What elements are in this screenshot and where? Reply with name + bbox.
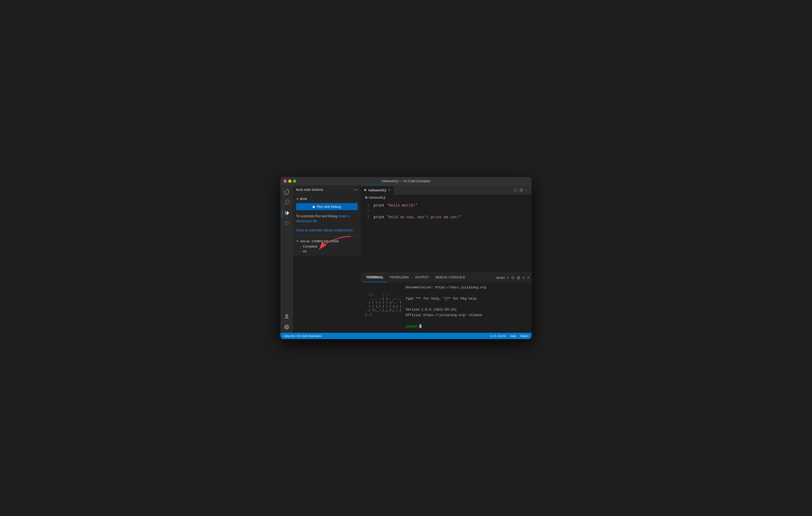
status-language[interactable]: Julia: [510, 334, 516, 337]
app-body: RUN AND DEBUG ··· ▼ RUN ▶ Run and Debug …: [281, 185, 531, 333]
tab-debug-console[interactable]: DEBUG CONSOLE: [432, 273, 468, 282]
terminal-line-help: Type "?" for help, "]?" for Pkg help.: [406, 296, 486, 302]
terminal-delete-icon[interactable]: 🗑: [517, 275, 520, 280]
code-editor[interactable]: 1 print("Hello World!") 2 3 print("Hold …: [361, 201, 531, 273]
julia-file-dot: [364, 189, 366, 191]
window-title: helloworld.jl — VS Code Examples: [382, 179, 430, 183]
julia-section-header[interactable]: ▼ JULIA: COMPILED CODE: [293, 239, 361, 244]
terminal-split-icon[interactable]: ⊟: [512, 275, 515, 280]
activity-bar: [281, 185, 293, 333]
minimize-button[interactable]: [288, 180, 291, 183]
status-line-col[interactable]: Ln 3, Col 42: [491, 334, 506, 337]
string-hello: "Hello World!": [387, 203, 417, 208]
tab-label: helloworld.jl: [368, 188, 386, 192]
editor-tabs: helloworld.jl × ▷ ⊟ ···: [361, 185, 531, 195]
all-chevron: ›: [300, 250, 301, 253]
activity-icon-explorer[interactable]: [282, 187, 291, 197]
cursor-block: [419, 324, 422, 328]
activity-icon-extensions[interactable]: [282, 219, 291, 228]
terminal-line-blank3: [406, 318, 486, 324]
keyword-print: print: [374, 203, 384, 208]
split-editor-icon[interactable]: ⊟: [520, 187, 523, 192]
sidebar: RUN AND DEBUG ··· ▼ RUN ▶ Run and Debug …: [293, 185, 361, 256]
run-debug-button[interactable]: ▶ Run and Debug: [296, 203, 357, 210]
string-hold-on: "Hold on now, don't print me yet!": [387, 215, 461, 219]
code-line-1: 1 print("Hello World!"): [361, 203, 531, 208]
terminal-line-official: Official https://julialang.org/ release: [406, 313, 486, 318]
tree-item-all[interactable]: › All: [293, 249, 361, 254]
run-icon-action[interactable]: ▷: [514, 187, 517, 192]
terminal-info: Documentation: https://docs.julialang.or…: [406, 284, 486, 331]
maximize-button[interactable]: [293, 180, 296, 183]
terminal-line-docs: Documentation: https://docs.julialang.or…: [406, 285, 486, 291]
terminal-line-version: Version 1.6.0 (2021-03-24): [406, 307, 486, 313]
julia-compiled-section: ▼ JULIA: COMPILED CODE › Compiled › All: [293, 236, 361, 256]
editor-actions: ▷ ⊟ ···: [514, 187, 531, 192]
julia-section-chevron: ▼: [296, 240, 299, 243]
run-section: ▼ RUN ▶ Run and Debug To customize Run a…: [293, 194, 361, 236]
show-debug-configurations-link[interactable]: Show all automatic debug configurations.: [296, 228, 357, 233]
activity-icon-run-debug[interactable]: [282, 208, 291, 218]
activity-icon-search[interactable]: [282, 198, 291, 207]
status-bar-right: Ln 3, Col 42 Julia (Main): [491, 334, 528, 337]
tab-helloworld[interactable]: helloworld.jl ×: [361, 185, 394, 194]
breadcrumb-text: helloworld.jl: [369, 196, 385, 200]
vscode-window: helloworld.jl — VS Code Examples: [281, 177, 531, 339]
terminal-content[interactable]: _ _ (_) | (_) _ _ _| |_ __ _ | | | | | |…: [361, 282, 531, 333]
status-branch[interactable]: (Main): [520, 334, 528, 337]
tab-terminal[interactable]: TERMINAL: [363, 273, 387, 282]
code-line-2: 2: [361, 208, 531, 214]
add-terminal-button[interactable]: +: [507, 275, 509, 280]
line-number-3: 3: [361, 214, 374, 220]
terminal-line-blank2: [406, 302, 486, 307]
sidebar-more-actions[interactable]: ···: [353, 187, 357, 192]
new-terminal-icon: ⊞ julia: [496, 276, 505, 279]
run-section-title: ▼ RUN: [296, 198, 357, 201]
more-actions-icon[interactable]: ···: [525, 188, 528, 192]
julia-prompt: julia>: [406, 325, 419, 328]
sidebar-container: RUN AND DEBUG ··· ▼ RUN ▶ Run and Debug …: [293, 185, 361, 333]
breadcrumb-dot: [365, 196, 367, 199]
line-content-3: print("Hold on now, don't print me yet!"…: [374, 214, 527, 220]
activity-icon-settings[interactable]: [282, 322, 291, 332]
line-content-2: [374, 208, 527, 214]
sidebar-header: RUN AND DEBUG ···: [293, 185, 361, 194]
julia-logo-ascii: _ _ (_) | (_) _ _ _| |_ __ _ | | | | | |…: [365, 284, 402, 331]
run-chevron: ▼: [296, 198, 299, 201]
tree-item-compiled[interactable]: › Compiled: [293, 244, 361, 249]
panel-actions: ⊞ julia + ⊟ 🗑 ∧ ×: [496, 275, 529, 280]
status-bar: Julia env: VS Code Examples Ln 3, Col 42…: [281, 333, 531, 339]
titlebar: helloworld.jl — VS Code Examples: [281, 177, 531, 185]
compiled-chevron: ›: [300, 245, 301, 248]
tab-close-button[interactable]: ×: [388, 188, 390, 192]
breadcrumb: helloworld.jl: [361, 195, 531, 201]
status-env[interactable]: Julia env: VS Code Examples: [284, 334, 321, 337]
terminal-maximize-icon[interactable]: ∧: [522, 275, 525, 280]
run-icon: ▶: [313, 205, 316, 209]
activity-icon-account[interactable]: [282, 312, 291, 321]
tab-problems[interactable]: PROBLEMS: [387, 273, 412, 282]
code-line-3: 3 print("Hold on now, don't print me yet…: [361, 214, 531, 220]
close-button[interactable]: [284, 180, 287, 183]
terminal-prompt-line: julia>: [406, 324, 486, 329]
sidebar-title: RUN AND DEBUG: [296, 188, 324, 191]
tab-output[interactable]: OUTPUT: [412, 273, 432, 282]
terminal-line-blank1: [406, 291, 486, 296]
keyword-print-2: print: [374, 215, 384, 219]
line-content-1: print("Hello World!"): [374, 203, 527, 208]
customize-text: To customize Run and Debug create a laun…: [296, 214, 357, 224]
terminal-panel: TERMINAL PROBLEMS OUTPUT DEBUG CONSOLE ⊞…: [361, 273, 531, 333]
main-content: helloworld.jl × ▷ ⊟ ··· helloworld.jl 1: [361, 185, 531, 333]
terminal-close-icon[interactable]: ×: [527, 275, 529, 280]
line-number-2: 2: [361, 208, 374, 214]
line-number-1: 1: [361, 203, 374, 208]
traffic-lights: [284, 180, 296, 183]
panel-tabs: TERMINAL PROBLEMS OUTPUT DEBUG CONSOLE ⊞…: [361, 273, 531, 282]
